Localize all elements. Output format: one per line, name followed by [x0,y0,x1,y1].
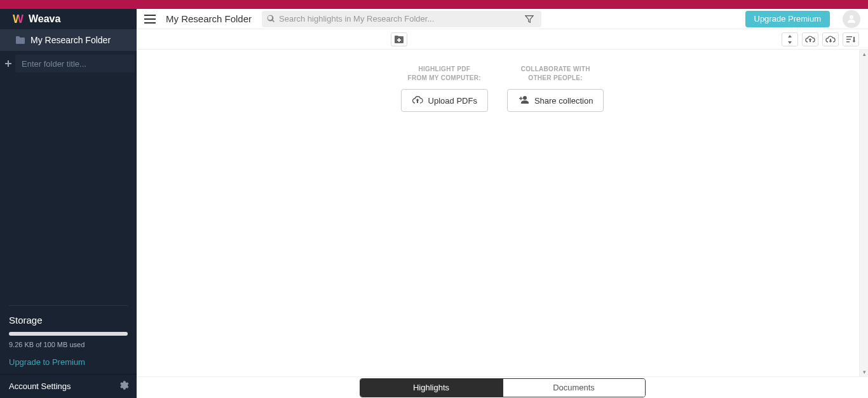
folder-icon [15,36,25,45]
empty-state-actions: HIGHLIGHT PDF FROM MY COMPUTER: Upload P… [401,65,604,112]
filter-icon[interactable] [522,15,536,24]
upload-pdf-caption: HIGHLIGHT PDF FROM MY COMPUTER: [408,65,481,83]
gear-icon[interactable] [118,380,129,394]
cloud-upload-button[interactable] [802,32,818,46]
upload-pdf-label: Upload PDFs [428,96,477,106]
brand-name: Weava [29,13,60,25]
add-folder-button[interactable] [391,32,407,46]
folder-item[interactable]: My Research Folder [0,29,137,51]
storage-section: Storage 9.26 KB of 100 MB used Upgrade t… [0,306,137,374]
share-collection-caption: COLLABORATE WITH OTHER PEOPLE: [521,65,590,83]
tab-documents[interactable]: Documents [503,379,645,397]
sidebar: W Weava My Research Folder Storage 9.26 … [0,9,137,398]
search-box [262,11,541,27]
plus-icon[interactable] [5,60,11,67]
search-input[interactable] [279,14,519,24]
share-collection-label: Share collection [534,96,593,106]
upgrade-premium-button[interactable]: Upgrade Premium [745,11,831,27]
page-title: My Research Folder [163,13,254,24]
scrollbar[interactable]: ▴ ▾ [859,50,868,376]
header-bar: My Research Folder Upgrade Premium [137,9,868,29]
tab-highlights[interactable]: Highlights [360,379,503,397]
upgrade-premium-link[interactable]: Upgrade to Premium [9,357,85,367]
storage-bar [9,332,128,336]
search-icon [267,15,275,23]
sort-button[interactable] [843,32,859,46]
folder-list: My Research Folder [0,29,137,305]
cloud-download-button[interactable] [822,32,839,46]
content-area: HIGHLIGHT PDF FROM MY COMPUTER: Upload P… [137,50,868,376]
scroll-down-arrow[interactable]: ▾ [860,367,868,376]
new-folder-input[interactable] [15,55,135,72]
cloud-upload-icon [412,95,423,106]
storage-title: Storage [9,315,128,326]
person-add-icon [518,95,529,106]
tab-bar: Highlights Documents [137,376,868,398]
avatar[interactable] [843,10,860,28]
hamburger-icon[interactable] [144,15,156,24]
account-settings-row[interactable]: Account Settings [0,374,137,398]
brand-logo[interactable]: W Weava [0,9,137,29]
new-folder-row [0,52,137,75]
top-accent-bar [0,0,868,9]
scroll-up-arrow[interactable]: ▴ [860,50,868,58]
account-settings-label: Account Settings [9,381,71,391]
toolbar [137,29,868,50]
upload-pdf-button[interactable]: Upload PDFs [401,89,488,112]
logo-icon: W [13,13,24,26]
expand-collapse-button[interactable] [782,32,798,46]
share-collection-button[interactable]: Share collection [507,89,604,112]
folder-label: My Research Folder [31,35,111,45]
main-area: My Research Folder Upgrade Premium [137,9,868,398]
storage-used-text: 9.26 KB of 100 MB used [9,341,128,348]
